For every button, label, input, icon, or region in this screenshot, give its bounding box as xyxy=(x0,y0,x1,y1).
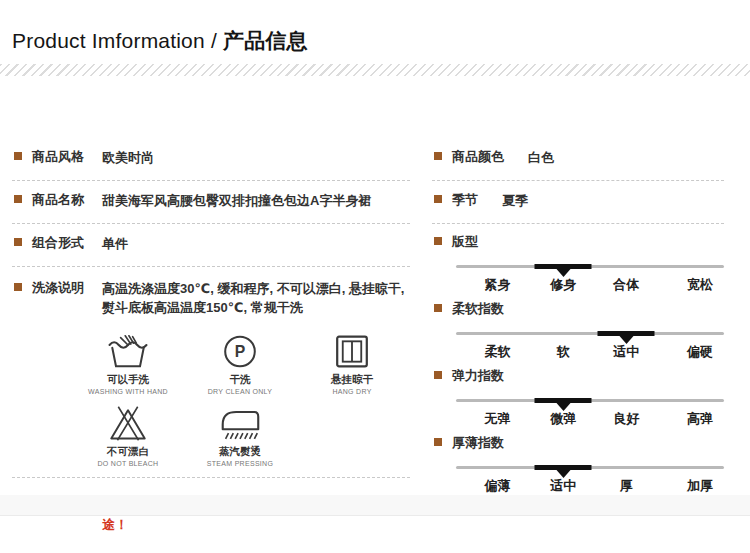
care-symbol: 悬挂晾干 HANG DRY xyxy=(296,333,408,395)
slider-option: 软 xyxy=(557,343,570,361)
bullet-icon xyxy=(434,152,442,160)
row-washing-instructions: 洗涤说明 高温洗涤温度30℃, 缓和程序, 不可以漂白, 悬挂晾干, 熨斗底板高… xyxy=(12,267,410,478)
bullet-icon xyxy=(434,371,442,379)
row-label: 商品颜色 xyxy=(452,148,504,165)
slider-track xyxy=(456,332,724,335)
care-label-zh: 干洗 xyxy=(230,373,251,387)
row-product-style: 商品风格 欧美时尚 xyxy=(12,138,410,181)
bullet-icon xyxy=(434,195,442,203)
row-value: 夏季 xyxy=(502,191,528,210)
slider-options: 偏薄适中厚加厚 xyxy=(456,477,724,494)
row-label: 季节 xyxy=(452,191,478,208)
slider-track xyxy=(456,466,724,469)
slider-label: 厚薄指数 xyxy=(452,434,504,451)
care-label-zh: 悬挂晾干 xyxy=(331,373,373,387)
row-label: 组合形式 xyxy=(32,234,102,251)
slider-option: 偏薄 xyxy=(485,477,511,495)
slider-track xyxy=(456,265,724,268)
care-label-zh: 不可漂白 xyxy=(107,445,149,459)
row-label: 商品名称 xyxy=(32,191,102,208)
slider-option: 无弹 xyxy=(485,410,511,428)
slider-option: 适中 xyxy=(613,343,639,361)
slider-option: 合体 xyxy=(613,276,639,294)
page-title-en: Product Imformation xyxy=(12,29,205,52)
dry-clean-icon: P xyxy=(217,333,263,370)
care-symbol: 不可漂白 DO NOT BLEACH xyxy=(72,405,184,467)
care-symbol: P 干洗 DRY CLEAN ONLY xyxy=(184,333,296,395)
slider-track xyxy=(456,399,724,402)
bullet-icon xyxy=(434,438,442,446)
slider-label: 版型 xyxy=(452,233,478,250)
slider-option: 高弹 xyxy=(687,410,713,428)
slider-option: 柔软 xyxy=(485,343,511,361)
slider-options: 柔软软适中偏硬 xyxy=(456,343,724,360)
row-product-name: 商品名称 甜美海军风高腰包臀双排扣撞色包边A字半身裙 xyxy=(12,181,410,224)
left-column: 商品风格 欧美时尚 商品名称 甜美海军风高腰包臀双排扣撞色包边A字半身裙 组合形… xyxy=(12,138,410,547)
slider-marker xyxy=(535,398,592,403)
no-bleach-icon xyxy=(105,405,151,442)
footer-divider-band xyxy=(0,495,750,516)
page-title-zh: 产品信息 xyxy=(223,29,308,52)
elasticity-index-slider: 弹力指数 无弹微弹良好高弹 xyxy=(432,358,724,425)
slider-label: 柔软指数 xyxy=(452,300,504,317)
bullet-icon xyxy=(14,283,22,291)
row-season: 季节 夏季 xyxy=(432,181,724,224)
care-symbol: 蒸汽熨烫 STEAM PRESSING xyxy=(184,405,296,467)
slider-option: 紧身 xyxy=(485,276,511,294)
bullet-icon xyxy=(14,152,22,160)
row-label: 洗涤说明 xyxy=(32,279,102,296)
page-header: Product Imformation / 产品信息 xyxy=(0,0,750,55)
row-value: 欧美时尚 xyxy=(102,148,410,167)
row-value: 单件 xyxy=(102,234,410,253)
slider-option: 适中 xyxy=(550,477,576,495)
content: 商品风格 欧美时尚 商品名称 甜美海军风高腰包臀双排扣撞色包边A字半身裙 组合形… xyxy=(0,138,750,547)
bullet-icon xyxy=(434,304,442,312)
slider-option: 修身 xyxy=(550,276,576,294)
slider-option: 偏硬 xyxy=(687,343,713,361)
bullet-icon xyxy=(14,195,22,203)
care-label-en: HANG DRY xyxy=(332,388,371,395)
softness-index-slider: 柔软指数 柔软软适中偏硬 xyxy=(432,291,724,358)
hang-dry-icon xyxy=(333,333,371,370)
thickness-index-slider: 厚薄指数 偏薄适中厚加厚 xyxy=(432,425,724,492)
bullet-icon xyxy=(14,238,22,246)
care-label-en: STEAM PRESSING xyxy=(207,460,273,467)
care-label-en: DO NOT BLEACH xyxy=(98,460,159,467)
slider-option: 微弹 xyxy=(550,410,576,428)
slider-option: 良好 xyxy=(613,410,639,428)
row-value: 甜美海军风高腰包臀双排扣撞色包边A字半身裙 xyxy=(102,191,410,210)
hatched-divider xyxy=(0,64,750,76)
slider-marker xyxy=(535,264,592,269)
page-title: Product Imformation / 产品信息 xyxy=(12,27,738,55)
right-column: 商品颜色 白色 季节 夏季 版型 紧身修身合体宽松 柔软指数 xyxy=(410,138,738,547)
slider-marker xyxy=(535,465,592,470)
care-symbol: 可以手洗 WASHING WITH HAND xyxy=(72,333,184,395)
slider-option: 厚 xyxy=(620,477,633,495)
svg-text:P: P xyxy=(235,343,245,360)
page-title-separator: / xyxy=(205,29,223,52)
product-information-panel: Product Imformation / 产品信息 商品风格 欧美时尚 商品名… xyxy=(0,0,750,553)
row-label: 商品风格 xyxy=(32,148,102,165)
slider-marker xyxy=(598,331,655,336)
row-product-color: 商品颜色 白色 xyxy=(432,138,724,181)
hand-wash-icon xyxy=(105,333,151,370)
row-value: 白色 xyxy=(528,148,554,167)
slider-label: 弹力指数 xyxy=(452,367,504,384)
care-label-en: DRY CLEAN ONLY xyxy=(208,388,273,395)
care-label-en: WASHING WITH HAND xyxy=(88,388,168,395)
slider-options: 紧身修身合体宽松 xyxy=(456,276,724,293)
slider-option: 宽松 xyxy=(687,276,713,294)
care-label-zh: 可以手洗 xyxy=(107,373,149,387)
slider-options: 无弹微弹良好高弹 xyxy=(456,410,724,427)
fit-index-slider: 版型 紧身修身合体宽松 xyxy=(432,224,724,291)
row-combination: 组合形式 单件 xyxy=(12,224,410,267)
bullet-icon xyxy=(434,237,442,245)
steam-press-icon xyxy=(216,405,264,442)
care-label-zh: 蒸汽熨烫 xyxy=(219,445,261,459)
care-symbol-grid: 可以手洗 WASHING WITH HAND P 干洗 DRY CLEAN ON… xyxy=(72,333,410,467)
slider-option: 加厚 xyxy=(687,477,713,495)
row-value: 高温洗涤温度30℃, 缓和程序, 不可以漂白, 悬挂晾干, 熨斗底板高温温度15… xyxy=(102,279,410,317)
